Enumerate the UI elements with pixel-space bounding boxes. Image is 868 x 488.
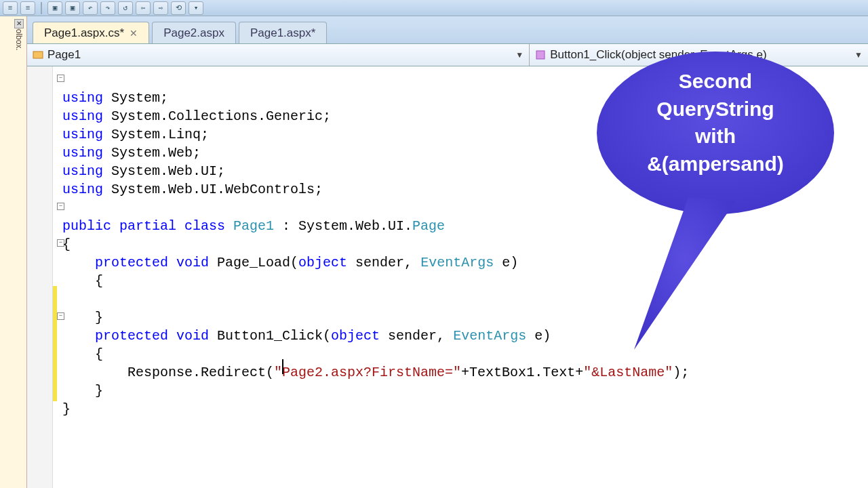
member-selector[interactable]: Button1_Click(object sender, EventArgs e…: [530, 44, 868, 66]
toolbar-button[interactable]: ▣: [47, 1, 62, 15]
tab-label: Page1.aspx*: [250, 26, 315, 40]
text-caret: [282, 359, 283, 374]
code-line: Response.Redirect("Page2.aspx?FirstName=…: [62, 365, 689, 380]
toolbar-button[interactable]: ▾: [189, 1, 203, 15]
type-selector[interactable]: Page1 ▼: [27, 44, 530, 66]
toolbar-button[interactable]: ⇦: [136, 1, 151, 15]
code-line: using System.Web;: [62, 145, 201, 161]
chevron-down-icon: ▼: [854, 50, 863, 60]
code-line: using System.Web.UI.WebControls;: [62, 182, 323, 197]
tab-page1-aspx[interactable]: Page1.aspx*: [239, 22, 327, 43]
change-margin: [53, 66, 58, 488]
toolbar-button[interactable]: ↺: [118, 1, 133, 15]
close-icon[interactable]: ✕: [14, 19, 24, 28]
code-line: public partial class Page1 : System.Web.…: [62, 218, 445, 234]
code-line: {: [62, 346, 103, 362]
code-editor[interactable]: − − − − using System; using System.Colle…: [27, 66, 868, 488]
code-line: using System.Collections.Generic;: [62, 108, 331, 124]
type-selector-label: Page1: [47, 48, 81, 62]
toolbar-button[interactable]: ↶: [83, 1, 98, 15]
code-content[interactable]: using System; using System.Collections.G…: [62, 70, 868, 436]
modified-marker: [53, 286, 57, 401]
toolbar-separator: [41, 2, 42, 14]
code-line: {: [62, 237, 71, 252]
code-line: [62, 200, 71, 216]
main-toolbar: ≡ ≡ ▣ ▣ ↶ ↷ ↺ ⇦ ⇨ ⟲ ▾: [0, 0, 868, 16]
method-icon: [535, 49, 546, 60]
class-icon: [33, 49, 43, 60]
code-line: using System.Linq;: [62, 127, 209, 142]
code-line: using System.Web.UI;: [62, 163, 225, 179]
toolbar-button[interactable]: ⇨: [153, 1, 168, 15]
code-line: protected void Page_Load(object sender, …: [62, 255, 518, 270]
code-line: using System;: [62, 90, 168, 106]
toolbar-button[interactable]: ≡: [3, 1, 18, 15]
chevron-down-icon: ▼: [515, 50, 524, 60]
member-navigator: Page1 ▼ Button1_Click(object sender, Eve…: [27, 43, 868, 66]
member-selector-label: Button1_Click(object sender, EventArgs e…: [550, 48, 766, 62]
svg-rect-0: [33, 52, 43, 58]
svg-rect-1: [536, 51, 545, 59]
tab-page2-aspx[interactable]: Page2.aspx: [152, 22, 236, 43]
tab-label: Page1.aspx.cs*: [44, 26, 124, 40]
document-tabs: Page1.aspx.cs* ✕ Page2.aspx Page1.aspx*: [27, 16, 868, 43]
toolbar-button[interactable]: ≡: [20, 1, 35, 15]
toolbox-panel[interactable]: ✕ Toolbox.: [0, 16, 27, 488]
toolbar-button[interactable]: ⟲: [171, 1, 186, 15]
close-icon[interactable]: ✕: [130, 28, 138, 39]
code-line: protected void Button1_Click(object send…: [62, 328, 551, 344]
tab-page1-cs[interactable]: Page1.aspx.cs* ✕: [33, 22, 149, 43]
code-line: [62, 291, 71, 307]
toolbar-button[interactable]: ↷: [100, 1, 115, 15]
code-line: {: [62, 273, 103, 289]
tab-label: Page2.aspx: [163, 26, 224, 40]
toolbar-button[interactable]: ▣: [65, 1, 80, 15]
code-line: }: [62, 383, 103, 399]
editor-gutter: [27, 66, 53, 488]
code-line: }: [62, 310, 103, 325]
code-line: }: [62, 401, 71, 417]
